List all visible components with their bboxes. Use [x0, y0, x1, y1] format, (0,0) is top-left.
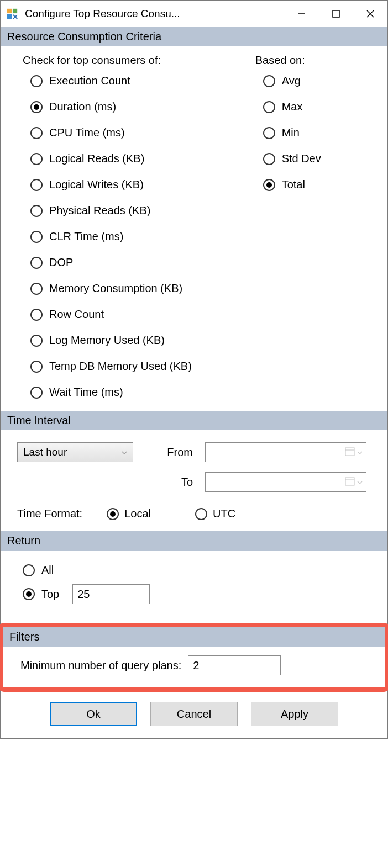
radio-input[interactable] [30, 101, 43, 113]
consumers-heading: Check for top consumers of: [23, 54, 244, 67]
radio-input[interactable] [30, 127, 43, 139]
interval-value: Last hour [23, 446, 67, 458]
return-section-body: All Top [1, 551, 387, 623]
radio-label: Local [124, 507, 151, 520]
return-all-label: All [41, 564, 54, 576]
svg-rect-1 [13, 8, 17, 13]
calendar-icon [345, 476, 357, 489]
close-button[interactable] [353, 1, 387, 27]
radio-option: Avg [263, 75, 374, 87]
time-interval-section-header: Time Interval [1, 411, 387, 430]
radio-input[interactable] [263, 153, 275, 165]
min-plans-input[interactable] [188, 655, 281, 675]
radio-input[interactable] [263, 101, 275, 113]
radio-input[interactable] [30, 179, 43, 191]
radio-input[interactable] [107, 508, 119, 520]
radio-input[interactable] [30, 335, 43, 347]
caption-buttons [285, 1, 387, 27]
return-top-label: Top [41, 588, 59, 601]
time-format-label: Time Format: [17, 507, 82, 520]
from-datetime-input[interactable] [205, 442, 366, 462]
radio-label: Memory Consumption (KB) [49, 282, 182, 295]
radio-option: CLR Time (ms) [30, 230, 244, 243]
radio-option: Max [263, 100, 374, 113]
ok-button[interactable]: Ok [50, 702, 137, 726]
radio-option: DOP [30, 256, 244, 269]
app-icon [6, 8, 18, 20]
radio-option: Row Count [30, 308, 244, 321]
radio-label: Log Memory Used (KB) [49, 334, 165, 347]
radio-label: Min [282, 126, 300, 139]
radio-label: UTC [213, 507, 235, 520]
dialog-buttons: Ok Cancel Apply [1, 692, 387, 738]
radio-label: Logical Reads (KB) [49, 152, 144, 165]
filters-highlight-box: Filters Minimum number of query plans: [0, 623, 388, 692]
from-label: From [155, 446, 193, 459]
return-all-radio[interactable] [23, 564, 35, 576]
top-count-input[interactable] [72, 584, 150, 604]
chevron-down-icon [122, 446, 127, 458]
radio-input[interactable] [30, 75, 43, 87]
radio-option: Logical Writes (KB) [30, 178, 244, 191]
calendar-icon [345, 446, 357, 459]
criteria-section-header: Resource Consumption Criteria [1, 27, 387, 46]
time-format-list: LocalUTC [107, 507, 258, 520]
return-section-header: Return [1, 531, 387, 551]
radio-input[interactable] [30, 283, 43, 295]
consumers-list: Execution CountDuration (ms)CPU Time (ms… [23, 75, 244, 399]
minimize-button[interactable] [285, 1, 319, 27]
radio-label: Physical Reads (KB) [49, 204, 150, 217]
filters-section-body: Minimum number of query plans: [3, 647, 385, 687]
cancel-button[interactable]: Cancel [150, 702, 238, 726]
radio-label: Execution Count [49, 75, 130, 87]
radio-label: Std Dev [282, 152, 321, 165]
maximize-button[interactable] [319, 1, 353, 27]
chevron-down-icon [357, 446, 363, 458]
basedon-heading: Based on: [255, 54, 374, 67]
radio-option: Memory Consumption (KB) [30, 282, 244, 295]
radio-option: UTC [195, 507, 235, 520]
radio-label: Avg [282, 75, 301, 87]
window-title: Configure Top Resource Consu... [25, 8, 285, 20]
return-top-radio[interactable] [23, 588, 35, 600]
radio-input[interactable] [30, 153, 43, 165]
radio-input[interactable] [263, 75, 275, 87]
radio-input[interactable] [30, 309, 43, 321]
radio-input[interactable] [30, 231, 43, 243]
titlebar: Configure Top Resource Consu... [1, 1, 387, 27]
radio-option: Execution Count [30, 75, 244, 87]
interval-select[interactable]: Last hour [17, 442, 133, 462]
radio-option: Physical Reads (KB) [30, 204, 244, 217]
radio-input[interactable] [263, 179, 275, 191]
svg-rect-9 [345, 478, 354, 485]
criteria-section-body: Check for top consumers of: Execution Co… [1, 46, 387, 411]
radio-label: Total [282, 178, 305, 191]
radio-label: DOP [49, 256, 73, 269]
dialog-window: Configure Top Resource Consu... Resource… [0, 0, 388, 739]
time-interval-section-body: Last hour From To [1, 430, 387, 531]
radio-option: Log Memory Used (KB) [30, 334, 244, 347]
radio-input[interactable] [195, 508, 207, 520]
basedon-list: AvgMaxMinStd DevTotal [255, 75, 374, 191]
to-datetime-input[interactable] [205, 472, 366, 492]
radio-label: Duration (ms) [49, 100, 116, 113]
radio-input[interactable] [30, 257, 43, 269]
chevron-down-icon [357, 476, 363, 488]
radio-input[interactable] [263, 127, 275, 139]
radio-input[interactable] [30, 205, 43, 217]
apply-button[interactable]: Apply [251, 702, 338, 726]
radio-option: Local [107, 507, 151, 520]
min-plans-label: Minimum number of query plans: [20, 659, 181, 672]
radio-option: Total [263, 178, 374, 191]
svg-rect-7 [345, 448, 354, 456]
radio-label: CLR Time (ms) [49, 230, 123, 243]
radio-option: Temp DB Memory Used (KB) [30, 360, 244, 373]
radio-label: Logical Writes (KB) [49, 178, 144, 191]
radio-option: Duration (ms) [30, 100, 244, 113]
radio-input[interactable] [30, 361, 43, 373]
radio-input[interactable] [30, 387, 43, 399]
basedon-column: Based on: AvgMaxMinStd DevTotal [255, 54, 374, 399]
radio-label: Row Count [49, 308, 104, 321]
filters-section-header: Filters [3, 627, 385, 647]
radio-option: Min [263, 126, 374, 139]
